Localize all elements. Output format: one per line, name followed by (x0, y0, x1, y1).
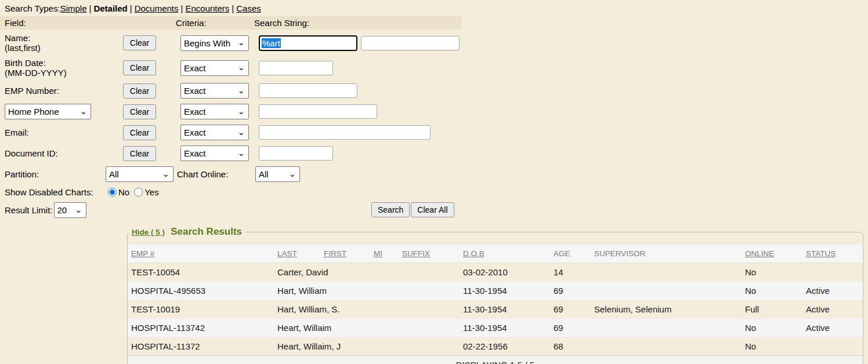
sort-first-header[interactable]: FIRST (324, 249, 346, 258)
name-search-input-2[interactable] (361, 36, 460, 50)
supervisor-header: SUPERVISOR (594, 249, 645, 258)
nav-separator: | (86, 3, 93, 13)
phone-row: Home Phone ⌄ Clear Exact ⌄ (5, 104, 868, 119)
search-button[interactable]: Search (371, 202, 410, 217)
phone-criteria-select[interactable]: Exact (180, 104, 249, 119)
result-limit-row: Result Limit: 20 ⌄ Search Clear All (5, 202, 868, 218)
search-string-column-header: Search String: (254, 18, 309, 28)
result-limit-select[interactable]: 20 (54, 202, 86, 218)
email-row: Email: Clear Exact ⌄ (5, 125, 868, 140)
clear-emp-number-button[interactable]: Clear (123, 83, 156, 99)
document-id-row: Document ID: Clear Exact ⌄ (5, 145, 868, 161)
emp-number-criteria-select[interactable]: Exact (180, 83, 249, 99)
sort-online-header[interactable]: ONLINE (745, 249, 774, 258)
search-types-label: Search Types: (5, 3, 60, 13)
result-row[interactable]: HOSPITAL-11372 Heart, Willaim, J 02-22-1… (128, 337, 863, 355)
result-row[interactable]: HOSPITAL-113742 Heart, Willaim 11-30-195… (128, 318, 863, 337)
sort-last-header[interactable]: LAST (277, 249, 297, 258)
partition-row: Partition: All ⌄ Chart Online: All ⌄ (5, 166, 868, 182)
name-criteria-select[interactable]: Begins With (180, 35, 249, 51)
sort-dob-header[interactable]: D.O.B (463, 249, 484, 258)
email-criteria-select[interactable]: Exact (180, 125, 249, 140)
birth-date-label: Birth Date: (MM-DD-YYYY) (5, 58, 123, 78)
nav-cases[interactable]: Cases (236, 3, 261, 13)
nav-simple[interactable]: Simple (60, 3, 87, 13)
chart-online-label: Chart Online: (173, 169, 255, 179)
document-id-input[interactable] (259, 146, 333, 161)
criteria-column-header: Criteria: (176, 18, 254, 28)
partition-select[interactable]: All (106, 166, 173, 182)
sort-status-header[interactable]: STATUS (806, 249, 836, 258)
nav-separator: | (229, 3, 236, 13)
emp-number-input[interactable] (259, 83, 357, 98)
sort-mi-header[interactable]: MI (374, 249, 382, 258)
phone-type-select[interactable]: Home Phone (5, 104, 91, 119)
results-table: EMP # LAST FIRST MI SUFFIX D.O.B AGE SUP… (128, 245, 863, 364)
form-column-header-bar: Field: Criteria: Search String: (0, 16, 462, 30)
search-results-title: Search Results (171, 226, 242, 237)
nav-documents[interactable]: Documents (135, 3, 179, 13)
clear-name-button[interactable]: Clear (123, 35, 156, 50)
show-disabled-charts-row: Show Disabled Charts: No Yes (5, 187, 868, 197)
field-column-header: Field: (0, 18, 176, 28)
displaying-count: DISPLAYING 1-5 / 5 (128, 355, 863, 364)
hide-results-link[interactable]: Hide ( 5 ) (132, 228, 165, 236)
sort-emp-header[interactable]: EMP # (131, 249, 154, 258)
result-limit-label: Result Limit: (5, 205, 53, 215)
nav-separator: | (128, 3, 135, 13)
sort-suffix-header[interactable]: SUFFIX (402, 249, 430, 258)
name-label: Name: (last,first) (5, 33, 123, 53)
result-row[interactable]: TEST-10054 Carter, David 03-02-2010 14 N… (128, 263, 863, 281)
clear-document-id-button[interactable]: Clear (123, 146, 156, 161)
search-results-legend: Hide ( 5 ) Search Results (129, 226, 245, 238)
emp-number-label: EMP Number: (5, 86, 123, 96)
email-field[interactable] (259, 125, 431, 140)
document-id-criteria-select[interactable]: Exact (180, 145, 249, 161)
birth-date-row: Birth Date: (MM-DD-YYYY) Clear Exact ⌄ (5, 58, 868, 78)
nav-detailed[interactable]: Detailed (93, 3, 127, 13)
show-disabled-yes-radio[interactable] (134, 188, 143, 196)
emp-number-row: EMP Number: Clear Exact ⌄ (5, 83, 868, 99)
result-row[interactable]: HOSPITAL-495653 Hart, William 11-30-1954… (128, 281, 863, 300)
nav-encounters[interactable]: Encounters (185, 3, 229, 13)
show-disabled-no-radio[interactable] (108, 188, 117, 196)
partition-label: Partition: (5, 169, 106, 179)
chart-online-select[interactable]: All (255, 166, 300, 182)
name-row: Name: (last,first) Clear Begins With ⌄ %… (5, 33, 868, 53)
clear-birth-date-button[interactable]: Clear (123, 60, 156, 75)
email-label: Email: (5, 128, 123, 137)
clear-all-button[interactable]: Clear All (411, 202, 454, 217)
clear-email-button[interactable]: Clear (123, 125, 156, 140)
show-disabled-charts-label: Show Disabled Charts: (5, 187, 108, 197)
show-disabled-no-label[interactable]: No (118, 187, 129, 197)
nav-separator: | (179, 3, 186, 13)
results-header-row: EMP # LAST FIRST MI SUFFIX D.O.B AGE SUP… (128, 245, 863, 263)
search-results-panel: Hide ( 5 ) Search Results EMP # LAST FIR… (127, 226, 863, 364)
age-header: AGE (554, 249, 570, 258)
search-types-nav: Search Types:Simple|Detailed|Documents|E… (0, 0, 868, 16)
result-row[interactable]: TEST-10019 Hart, William, S. 11-30-1954 … (128, 300, 863, 318)
results-footer-row: DISPLAYING 1-5 / 5 (128, 355, 863, 364)
selected-text: %art (262, 38, 281, 48)
birth-date-input[interactable] (259, 61, 333, 75)
phone-input[interactable] (259, 104, 377, 119)
show-disabled-yes-label[interactable]: Yes (144, 187, 158, 197)
document-id-label: Document ID: (5, 148, 123, 158)
clear-phone-button[interactable]: Clear (123, 104, 156, 119)
name-search-input[interactable]: %art (259, 35, 357, 51)
birth-date-criteria-select[interactable]: Exact (180, 60, 249, 76)
